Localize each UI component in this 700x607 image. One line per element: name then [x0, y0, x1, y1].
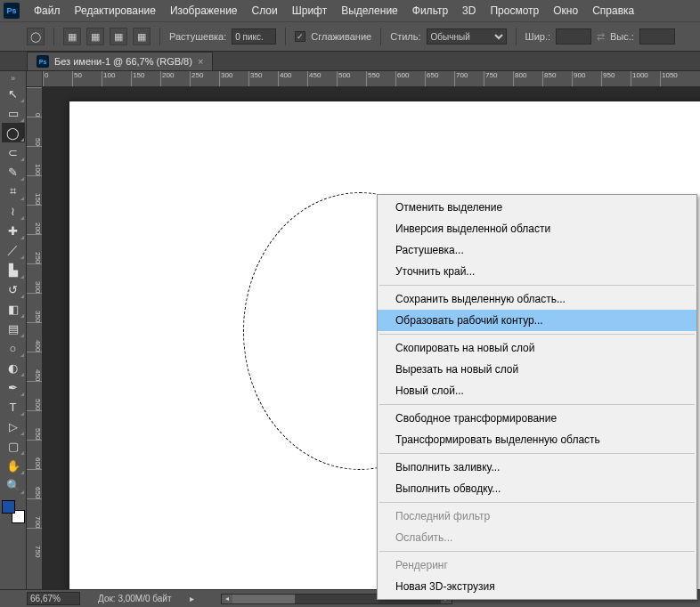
color-swatches[interactable] — [2, 500, 25, 523]
ruler-corner — [27, 71, 43, 87]
width-label: Шир.: — [525, 31, 550, 42]
document-tab-row: Ps Без имени-1 @ 66,7% (RGB/8) × — [0, 52, 700, 71]
menu-изображение[interactable]: Изображение — [163, 1, 245, 20]
shape-tool[interactable]: ▢ — [2, 436, 25, 456]
lasso-tool[interactable]: ⊂ — [2, 142, 25, 162]
menu-файл[interactable]: Файл — [27, 1, 68, 20]
context-рендеринг: Рендеринг — [378, 554, 696, 576]
feather-label: Растушевка: — [169, 31, 226, 42]
ruler-vertical[interactable]: 0501001502002503003504004505005506006507… — [27, 87, 43, 589]
context-вырезать-на-новый-слой[interactable]: Вырезать на новый слой — [378, 359, 696, 380]
scroll-left-icon[interactable]: ◂ — [222, 595, 232, 603]
context-новая-3d-экструзия[interactable]: Новая 3D-экструзия — [378, 576, 696, 597]
healing-tool[interactable]: ✚ — [2, 221, 25, 240]
context-ослабить-: Ослабить... — [378, 527, 696, 548]
menu-редактирование[interactable]: Редактирование — [68, 1, 163, 20]
path-select-tool[interactable]: ▷ — [2, 417, 25, 436]
context-отменить-выделение[interactable]: Отменить выделение — [378, 197, 696, 218]
context-новый-слой-[interactable]: Новый слой... — [378, 380, 696, 401]
context-трансформировать-выделенную-область[interactable]: Трансформировать выделенную область — [378, 429, 696, 450]
subtract-selection-icon[interactable]: ▦ — [110, 28, 127, 45]
antialias-checkbox[interactable]: ✓ — [295, 31, 305, 42]
feather-input[interactable] — [232, 28, 276, 45]
toolbox: » ↖▭◯⊂✎⌗≀✚／▙↺◧▤○◐✒T▷▢✋🔍 — [0, 71, 27, 589]
zoom-tool[interactable]: 🔍 — [2, 475, 25, 495]
eraser-tool[interactable]: ◧ — [2, 299, 25, 319]
style-label: Стиль: — [390, 31, 420, 42]
context-уточнить-край-[interactable]: Уточнить край... — [378, 261, 696, 282]
marquee-tool[interactable]: ▭ — [2, 103, 25, 123]
add-selection-icon[interactable]: ▦ — [86, 28, 104, 45]
menu-окно[interactable]: Окно — [546, 1, 585, 20]
width-input[interactable] — [556, 28, 591, 45]
context-свободное-трансформирование[interactable]: Свободное трансформирование — [378, 408, 696, 429]
menu-слои[interactable]: Слои — [245, 1, 285, 20]
crop-tool[interactable]: ⌗ — [2, 182, 25, 201]
pen-tool[interactable]: ✒ — [2, 377, 25, 397]
eyedropper-tool[interactable]: ≀ — [2, 201, 25, 221]
move-tool[interactable]: ↖ — [2, 84, 25, 103]
quick-select-tool[interactable]: ✎ — [2, 162, 25, 182]
context-сохранить-выделенную-область-[interactable]: Сохранить выделенную область... — [378, 288, 696, 310]
stamp-tool[interactable]: ▙ — [2, 260, 25, 279]
context-растушевка-[interactable]: Растушевка... — [378, 239, 696, 261]
context-скопировать-на-новый-слой[interactable]: Скопировать на новый слой — [378, 337, 696, 359]
doc-info: Док: 3,00M/0 байт — [98, 594, 172, 603]
context-выполнить-заливку-[interactable]: Выполнить заливку... — [378, 457, 696, 478]
tool-preset-icon[interactable]: ◯ — [27, 28, 45, 45]
toolbox-expand-icon[interactable]: » — [2, 73, 25, 84]
menu-просмотр[interactable]: Просмотр — [483, 1, 546, 20]
new-selection-icon[interactable]: ▦ — [63, 28, 81, 45]
context-выполнить-обводку-[interactable]: Выполнить обводку... — [378, 478, 696, 499]
height-input[interactable] — [639, 28, 675, 45]
doc-info-arrow-icon[interactable]: ▸ — [190, 594, 194, 603]
ruler-horizontal[interactable]: 0501001502002503003504004505005506006507… — [43, 71, 700, 87]
menu-bar: Ps ФайлРедактированиеИзображениеСлоиШриф… — [0, 0, 700, 21]
context-последний-фильтр: Последний фильтр — [378, 506, 696, 527]
menu-выделение[interactable]: Выделение — [334, 1, 405, 20]
close-tab-icon[interactable]: × — [198, 56, 203, 67]
context-инверсия-выделенной-области[interactable]: Инверсия выделенной области — [378, 218, 696, 239]
menu-шрифт[interactable]: Шрифт — [285, 1, 334, 20]
ps-file-icon: Ps — [37, 55, 49, 68]
app-logo: Ps — [4, 3, 20, 19]
intersect-selection-icon[interactable]: ▦ — [133, 28, 151, 45]
zoom-input[interactable] — [27, 592, 80, 605]
brush-tool[interactable]: ／ — [2, 240, 25, 260]
swap-dim-icon[interactable]: ⇄ — [597, 31, 605, 43]
dodge-tool[interactable]: ◐ — [2, 358, 25, 377]
menu-3d[interactable]: 3D — [455, 1, 483, 20]
scroll-thumb[interactable] — [232, 595, 295, 603]
gradient-tool[interactable]: ▤ — [2, 319, 25, 338]
context-menu: Отменить выделениеИнверсия выделенной об… — [377, 194, 697, 600]
menu-справка[interactable]: Справка — [585, 1, 641, 20]
blur-tool[interactable]: ○ — [2, 338, 25, 358]
type-tool[interactable]: T — [2, 397, 25, 417]
document-title: Без имени-1 @ 66,7% (RGB/8) — [54, 56, 192, 67]
history-brush-tool[interactable]: ↺ — [2, 279, 25, 299]
foreground-swatch[interactable] — [2, 500, 15, 514]
antialias-label: Сглаживание — [311, 31, 371, 42]
document-tab[interactable]: Ps Без имени-1 @ 66,7% (RGB/8) × — [27, 52, 213, 70]
ellipse-marquee-tool[interactable]: ◯ — [2, 123, 25, 142]
options-bar: ◯ ▦ ▦ ▦ ▦ Растушевка: ✓ Сглаживание Стил… — [0, 21, 700, 52]
style-select[interactable]: Обычный — [427, 28, 507, 45]
context-образовать-рабочий-контур-[interactable]: Образовать рабочий контур... — [378, 310, 696, 331]
hand-tool[interactable]: ✋ — [2, 456, 25, 475]
menu-фильтр[interactable]: Фильтр — [405, 1, 455, 20]
height-label: Выс.: — [610, 31, 634, 42]
